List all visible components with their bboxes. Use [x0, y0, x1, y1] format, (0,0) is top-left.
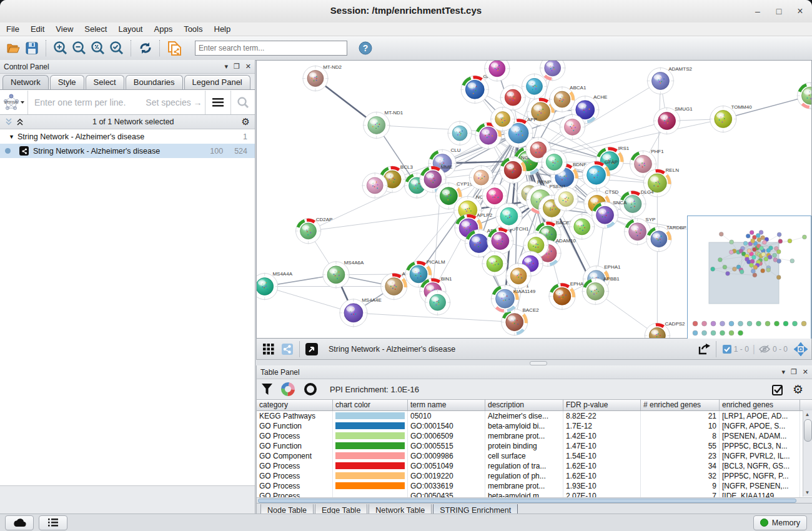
birdseye-view[interactable] — [687, 216, 811, 340]
menu-apps[interactable]: Apps — [154, 24, 173, 34]
table-row[interactable]: GO FunctionGO:0001540beta-amyloid bi...1… — [257, 421, 812, 431]
network-options-gear-icon[interactable]: ⚙ — [242, 116, 250, 127]
zoom-fit-icon[interactable] — [89, 39, 107, 57]
table-panel-float-icon[interactable]: ❒ — [791, 369, 797, 375]
node-label: PHF1 — [651, 149, 664, 154]
zoom-out-icon[interactable] — [70, 39, 89, 57]
maximize-button[interactable]: □ — [770, 4, 788, 19]
column-header-enriched-genes[interactable]: enriched genes — [720, 400, 800, 410]
table-row[interactable]: GO ProcessGO:0006509membrane prot...1.42… — [257, 431, 812, 441]
protein-node-mt-nd2[interactable]: MT-ND2 — [302, 64, 342, 92]
birdseye-toggle-icon[interactable] — [793, 341, 809, 357]
table-row[interactable]: GO ProcessGO:0051049regulation of tra...… — [257, 461, 812, 471]
grid-view-icon[interactable] — [260, 341, 277, 357]
table-row[interactable]: GO ProcessGO:0050435beta-amyloid m...2.0… — [257, 491, 812, 497]
refresh-icon[interactable] — [136, 39, 155, 57]
column-header-fdr-p-value[interactable]: FDR p-value — [563, 400, 641, 410]
selected-checkbox-icon[interactable] — [723, 345, 731, 354]
column-header-chart-color[interactable]: chart color — [333, 400, 408, 410]
protein-node-tomm40[interactable]: TOMM40 — [710, 104, 752, 133]
select-columns-icon[interactable] — [772, 384, 784, 395]
protein-node-unlabeled[interactable] — [569, 214, 595, 240]
open-session-icon[interactable] — [4, 39, 22, 57]
table-row[interactable]: GO ComponentGO:0009986cell surface1.54E-… — [257, 451, 812, 461]
memory-button[interactable]: Memory — [753, 515, 807, 530]
table-row[interactable]: GO ProcessGO:0033619membrane prot...1.93… — [257, 481, 812, 491]
column-header-term-name[interactable]: term name — [408, 400, 485, 410]
table-cell: 1.42E-10 — [563, 431, 641, 441]
column-header-description[interactable]: description — [485, 400, 563, 410]
tab-boundaries[interactable]: Boundaries — [126, 75, 183, 89]
protein-node-unlabeled[interactable] — [447, 121, 472, 146]
panel-close-icon[interactable]: ✕ — [245, 63, 251, 70]
set-species-link[interactable]: Set species → — [146, 97, 202, 107]
protein-node-ms4a4e[interactable]: MS4A4E — [339, 297, 382, 327]
protein-node-mt-nd1[interactable]: MT-ND1 — [363, 110, 404, 139]
tab-select[interactable]: Select — [86, 75, 124, 89]
menu-file[interactable]: File — [6, 24, 19, 34]
vertical-scroll-thumb[interactable] — [804, 419, 812, 442]
menu-layout[interactable]: Layout — [118, 24, 142, 34]
tab-legend-panel[interactable]: Legend Panel — [184, 75, 250, 89]
string-logo-dropdown[interactable]: STRING — [0, 91, 28, 114]
table-row[interactable]: GO FunctionGO:0005515protein binding1.47… — [257, 441, 812, 451]
tab-network[interactable]: Network — [2, 75, 49, 89]
tab-style[interactable]: Style — [50, 75, 84, 89]
export-network-icon[interactable] — [696, 341, 712, 357]
string-search-icon[interactable] — [230, 91, 255, 114]
network-row-selected[interactable]: String Network - Alzheimer's disease 100… — [0, 144, 255, 158]
string-options-icon[interactable] — [205, 91, 230, 114]
panel-menu-icon[interactable]: ▾ — [224, 63, 228, 70]
panel-splitter[interactable] — [256, 360, 812, 365]
protein-node-pvrl2[interactable]: PVRL2 — [796, 81, 811, 109]
help-icon[interactable]: ? — [356, 39, 375, 57]
zoom-selected-icon[interactable] — [107, 39, 126, 57]
protein-node-cd2ap[interactable]: CD2AP — [295, 217, 333, 244]
table-panel-menu-icon[interactable]: ▾ — [781, 369, 785, 375]
hidden-eye-icon[interactable] — [759, 345, 770, 353]
minimize-button[interactable]: – — [748, 4, 767, 19]
title-bar[interactable]: Session: /tmp/enrichmentTest.cys – □ × — [0, 0, 812, 23]
horizontal-scroll-thumb[interactable] — [258, 499, 796, 503]
collapse-all-icon[interactable] — [5, 118, 14, 126]
table-horizontal-scrollbar[interactable] — [257, 497, 812, 503]
menu-tools[interactable]: Tools — [184, 24, 202, 34]
protein-node-adamts2[interactable]: ADAMTS2 — [646, 66, 692, 95]
close-button[interactable]: × — [791, 4, 810, 19]
table-panel-close-icon[interactable]: ✕ — [803, 369, 808, 375]
ring-chart-icon[interactable] — [304, 382, 317, 396]
menu-view[interactable]: View — [56, 24, 73, 34]
share-view-icon[interactable] — [279, 341, 295, 357]
table-row[interactable]: GO ProcessGO:0019220regulation of ph...1… — [257, 471, 812, 481]
menu-select[interactable]: Select — [84, 24, 107, 34]
table-vertical-scrollbar[interactable]: ▲ ▼ — [803, 410, 812, 497]
network-from-clipboard-icon[interactable] — [165, 39, 184, 57]
search-input[interactable] — [195, 41, 347, 56]
panel-float-icon[interactable]: ❒ — [234, 63, 240, 70]
open-in-window-icon[interactable] — [304, 341, 320, 357]
cloud-tasks-button[interactable] — [5, 515, 34, 530]
protein-node-apbb1[interactable]: APBB1 — [582, 276, 620, 305]
protein-node-tardbp[interactable]: TARDBP — [646, 225, 686, 252]
menu-help[interactable]: Help — [214, 24, 231, 34]
scroll-down-icon[interactable]: ▼ — [803, 489, 811, 497]
scroll-up-icon[interactable]: ▲ — [803, 410, 811, 419]
collapse-caret-icon[interactable]: ▼ — [9, 134, 17, 140]
table-row[interactable]: KEGG Pathways05010Alzheimer's dise...8.8… — [257, 411, 812, 421]
pie-chart-icon[interactable] — [281, 382, 295, 396]
expand-all-icon[interactable] — [16, 118, 25, 126]
zoom-in-icon[interactable] — [51, 39, 70, 57]
table-settings-gear-icon[interactable]: ⚙ — [793, 382, 803, 397]
column-header-category[interactable]: category — [257, 400, 333, 410]
protein-node-epha5[interactable]: EPHA5 — [548, 281, 587, 310]
protein-node-ms4a4a[interactable]: MS4A4A — [257, 271, 293, 300]
string-query-input[interactable]: Enter one term per line. Set species → — [28, 97, 205, 107]
protein-node-ms4a6a[interactable]: MS4A6A — [322, 260, 364, 289]
network-collection-row[interactable]: ▼ String Network - Alzheimer's disease 1 — [0, 129, 255, 144]
filter-icon[interactable] — [262, 384, 272, 395]
task-history-button[interactable] — [39, 515, 67, 530]
save-session-icon[interactable] — [22, 39, 41, 57]
column-header--enriched-genes[interactable]: # enriched genes — [641, 400, 720, 410]
protein-node-cadps2[interactable]: CADPS2 — [644, 321, 685, 338]
menu-edit[interactable]: Edit — [31, 24, 44, 34]
